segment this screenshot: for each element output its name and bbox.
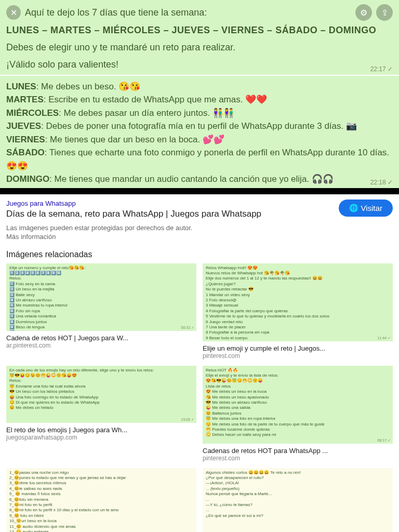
- jueves-text: : Debes de poner una fotografía mía en t…: [41, 121, 357, 131]
- chat-valid: ¡Válido solo para valientes!: [6, 58, 393, 71]
- image-tile[interactable]: Elije un número y cumple el reto😘😘😘: 1️⃣…: [6, 263, 196, 360]
- viernes-text: : Me tienes que dar un beso en la boca. …: [45, 135, 224, 144]
- site-name[interactable]: Juegos para Whatsapp: [6, 200, 334, 207]
- tile-title: El reto de los emojis | Juegos para Wh..…: [6, 426, 196, 434]
- tile-preview: Elije un número y cumple el reto😘😘😘: 1️⃣…: [6, 263, 196, 331]
- result-header: Juegos para Whatsapp Días de la semana, …: [0, 194, 399, 224]
- tile-preview: Retos Whatsapp Hot!! 😍😍 Nuevos retos de …: [203, 263, 393, 341]
- image-tile[interactable]: En cada uno de los emojis hay un reto di…: [6, 366, 196, 462]
- tile-preview: Retos HOT 🔥🔥 Elije el emoji y te envío l…: [203, 366, 393, 444]
- tile-title: Cadenas de retos HOT para WhatsApp ...: [203, 447, 393, 455]
- miercoles-text: : Me debes pasar un día entero juntos. 👫…: [59, 108, 234, 118]
- tile-title: Elije un emoji y cumple el reto | Juegos…: [203, 344, 393, 352]
- chat-instruction: Debes de elegir uno y te mandaré un reto…: [6, 41, 393, 54]
- copyright-text: Las imágenes pueden estar protegidas por…: [0, 224, 399, 233]
- martes-text: : Escribe en tu estado de WhatsApp que m…: [44, 95, 267, 104]
- domingo-text: : Me tienes que mandar un audio cantando…: [49, 174, 334, 184]
- tile-time: 11:44 ✓: [378, 336, 391, 340]
- martes-label: MARTES: [6, 95, 44, 104]
- lunes-text: : Me debes un beso. 😘😘: [36, 82, 141, 91]
- image-tile[interactable]: Retos HOT 🔥🔥 Elije el emoji y te envío l…: [203, 366, 393, 462]
- more-info-link[interactable]: Más información: [0, 233, 399, 246]
- domingo-label: DOMINGO: [6, 174, 49, 184]
- related-title: Imágenes relacionadas: [0, 246, 399, 263]
- days-header: LUNES – MARTES – MIÉRCOLES – JUEVES – VI…: [6, 25, 376, 35]
- image-tile[interactable]: Algunos chistes cortos 😀😀😀😀 Te reto a no…: [203, 468, 393, 532]
- chat-time-2: 22:18 ✓: [370, 179, 393, 186]
- tile-source: pinterest.com: [203, 455, 393, 462]
- tile-title: Cadena de retos HOT | Juegos para W...: [6, 334, 196, 342]
- image-tile[interactable]: Retos Whatsapp Hot!! 😍😍 Nuevos retos de …: [203, 263, 393, 360]
- tile-time: 15:05 ✓: [181, 417, 194, 422]
- jueves-label: JUEVES: [6, 121, 41, 131]
- chat-message-2: LUNES: Me debes un beso. 😘😘 MARTES: Escr…: [0, 76, 399, 188]
- tile-preview: 1_😊pasas una noche con migo 2_😊pones tu …: [6, 468, 196, 532]
- sabado-text: : Tienes que echarte una foto conmigo y …: [6, 148, 389, 171]
- image-tile[interactable]: 1_😊pasas una noche con migo 2_😊pones tu …: [6, 468, 196, 532]
- gear-icon[interactable]: ⚙: [355, 4, 372, 21]
- tile-preview: Algunos chistes cortos 😀😀😀😀 Te reto a no…: [203, 468, 393, 532]
- tile-preview: En cada uno de los emojis hay un reto di…: [6, 366, 196, 423]
- image-grid: Elije un número y cumple el reto😘😘😘: 1️⃣…: [0, 263, 399, 532]
- divider-bar: [0, 188, 399, 194]
- visit-button[interactable]: Visitar: [339, 200, 393, 217]
- chat-time-1: 22:17 ✓: [370, 65, 393, 73]
- result-title: Días de la semana, reto para WhatsApp | …: [6, 208, 334, 220]
- tile-source: pinterest.com: [203, 352, 393, 360]
- close-icon[interactable]: ✕: [6, 5, 21, 20]
- lunes-label: LUNES: [6, 82, 36, 91]
- sabado-label: SÁBADO: [6, 148, 45, 157]
- tile-time: 08:17 ✓: [378, 438, 391, 443]
- tile-time: 00:33 ✓: [181, 325, 194, 330]
- tile-source: juegosparawhatsapp.com: [6, 434, 196, 441]
- miercoles-label: MIÉRCOLES: [6, 108, 59, 118]
- chat-message-1: ✕ Aquí te dejo los 7 días que tiene la s…: [0, 0, 399, 75]
- visit-label: Visitar: [361, 204, 382, 212]
- chat-title: Aquí te dejo los 7 días que tiene la sem…: [25, 7, 351, 18]
- viernes-label: VIERNES: [6, 135, 45, 144]
- tile-source: ar.pinterest.com: [6, 342, 196, 349]
- share-icon[interactable]: ⇪: [376, 4, 393, 21]
